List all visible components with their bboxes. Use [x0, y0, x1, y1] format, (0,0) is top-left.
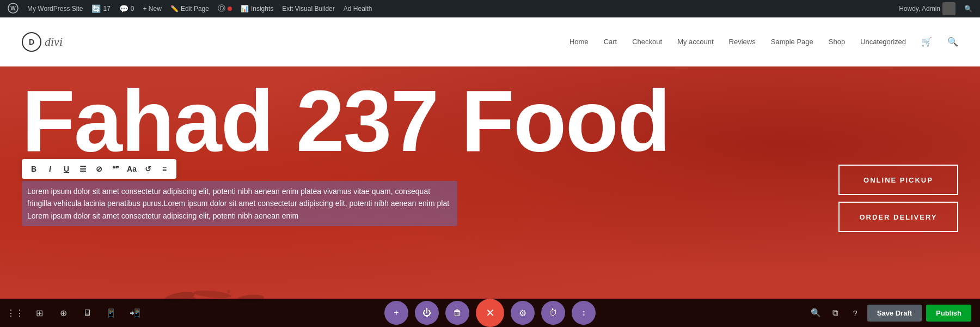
nav-checkout[interactable]: Checkout: [632, 38, 662, 46]
nav-cart[interactable]: Cart: [604, 38, 617, 46]
site-name-label: My WordPress Site: [27, 5, 83, 13]
nav-my-account[interactable]: My account: [677, 38, 713, 46]
publish-button[interactable]: Publish: [926, 305, 971, 322]
unlink-button[interactable]: ⊘: [91, 161, 107, 177]
exit-builder-button[interactable]: Exit Visual Builder: [279, 0, 338, 17]
delete-button[interactable]: 🗑: [445, 301, 469, 325]
mobile-view-icon[interactable]: 📲: [128, 306, 142, 319]
divi-logo-button[interactable]: Ⓓ: [215, 0, 235, 17]
logo-text: divi: [45, 35, 63, 49]
updates-icon: 🔄: [91, 4, 101, 13]
site-name-button[interactable]: My WordPress Site: [24, 0, 86, 17]
settings-button[interactable]: ⚙: [511, 301, 535, 325]
list-button[interactable]: ≡: [157, 161, 172, 177]
nav-sample-page[interactable]: Sample Page: [771, 38, 813, 46]
plus-icon: +: [394, 308, 399, 318]
site-header: D divi Home Cart Checkout My account Rev…: [0, 17, 980, 66]
comments-button[interactable]: 💬 0: [116, 0, 138, 17]
close-icon: ✕: [486, 306, 495, 319]
desktop-view-icon[interactable]: 🖥: [81, 306, 94, 319]
font-size-button[interactable]: Aa: [124, 161, 139, 177]
search-icon[interactable]: 🔍: [808, 305, 824, 320]
svg-text:W: W: [10, 5, 16, 11]
save-draft-button[interactable]: Save Draft: [867, 305, 922, 322]
text-editor-container: B I U ☰ ⊘ ❝❞ Aa ↺ ≡ Lorem ipsum dolor si…: [22, 159, 457, 226]
drag-handle-icon[interactable]: ⋮⋮: [9, 306, 22, 319]
bold-button[interactable]: B: [26, 161, 41, 177]
help-icon[interactable]: ?: [848, 305, 863, 320]
divi-icon: Ⓓ: [218, 4, 225, 14]
divi-status-dot: [228, 7, 232, 11]
cart-icon[interactable]: 🛒: [921, 37, 932, 47]
underline-button[interactable]: U: [59, 161, 74, 177]
howdy-button[interactable]: Howdy, Admin: [896, 2, 959, 15]
resize-icon: ↕: [581, 308, 586, 318]
exit-builder-label: Exit Visual Builder: [282, 5, 335, 13]
toolbar-right-actions: 🔍 ⧉ ? Save Draft Publish: [808, 305, 971, 322]
close-button[interactable]: ✕: [476, 299, 504, 327]
wp-logo-button[interactable]: W: [4, 0, 22, 17]
quote-button[interactable]: ❝❞: [108, 161, 123, 177]
hero-title: Fahad 237 Food: [0, 66, 980, 165]
toolbar-left-actions: ⋮⋮ ⊞ ⊕ 🖥 📱 📲: [9, 306, 142, 319]
howdy-label: Howdy, Admin: [899, 5, 940, 13]
tablet-view-icon[interactable]: 📱: [105, 306, 118, 319]
power-icon: ⏻: [422, 308, 431, 318]
text-formatting-toolbar: B I U ☰ ⊘ ❝❞ Aa ↺ ≡: [22, 159, 176, 179]
logo-letter: D: [29, 38, 34, 46]
site-logo[interactable]: D divi: [22, 32, 63, 52]
online-pickup-button[interactable]: ONLINE PICKUP: [838, 165, 958, 195]
nav-home[interactable]: Home: [569, 38, 589, 46]
admin-bar: W My WordPress Site 🔄 17 💬 0 + New ✏️ Ed…: [0, 0, 980, 17]
power-button[interactable]: ⏻: [415, 301, 439, 325]
logo-circle: D: [22, 32, 41, 52]
svg-point-3: [193, 289, 232, 299]
order-delivery-button[interactable]: ORDER DELIVERY: [838, 202, 958, 232]
search-icon: 🔍: [964, 5, 972, 13]
history-button[interactable]: ⏱: [541, 301, 565, 325]
trash-icon: 🗑: [453, 308, 462, 318]
insights-label: Insights: [251, 5, 273, 13]
comments-icon: 💬: [119, 4, 128, 13]
hero-text-block[interactable]: Lorem ipsum dolor sit amet consectetur a…: [22, 181, 457, 226]
edit-page-label: Edit Page: [181, 5, 209, 13]
visual-builder-bottom-toolbar: ⋮⋮ ⊞ ⊕ 🖥 📱 📲 + ⏻ 🗑 ✕ ⚙ ⏱: [0, 299, 980, 327]
new-content-button[interactable]: + New: [140, 0, 165, 17]
comments-count: 0: [131, 5, 134, 13]
header-search-icon[interactable]: 🔍: [947, 37, 958, 47]
align-button[interactable]: ☰: [75, 161, 90, 177]
new-label: + New: [143, 5, 162, 13]
clear-format-button[interactable]: ↺: [140, 161, 156, 177]
toolbar-center-actions: + ⏻ 🗑 ✕ ⚙ ⏱ ↕: [384, 299, 596, 327]
edit-icon: ✏️: [170, 5, 179, 13]
italic-button[interactable]: I: [42, 161, 58, 177]
nav-reviews[interactable]: Reviews: [729, 38, 756, 46]
site-navigation: Home Cart Checkout My account Reviews Sa…: [569, 37, 958, 47]
add-section-button[interactable]: +: [384, 301, 408, 325]
admin-search-button[interactable]: 🔍: [961, 5, 976, 13]
resize-button[interactable]: ↕: [572, 301, 596, 325]
ad-health-label: Ad Health: [344, 5, 372, 13]
ad-health-button[interactable]: Ad Health: [340, 0, 376, 17]
insights-chart-icon: 📊: [241, 5, 249, 13]
clock-icon: ⏱: [549, 308, 558, 318]
wp-logo-icon: W: [8, 3, 19, 15]
layers-icon[interactable]: ⧉: [828, 305, 843, 320]
admin-avatar: [942, 2, 955, 15]
svg-point-6: [227, 290, 230, 293]
updates-button[interactable]: 🔄 17: [88, 0, 113, 17]
hero-section: Fahad 237 Food B I U ☰ ⊘ ❝❞ Aa ↺ ≡ Lorem…: [0, 66, 980, 327]
admin-bar-right: Howdy, Admin 🔍: [896, 2, 976, 15]
gear-icon: ⚙: [519, 308, 526, 318]
insights-button[interactable]: 📊 Insights: [237, 0, 277, 17]
edit-page-button[interactable]: ✏️ Edit Page: [167, 0, 212, 17]
hero-cta-buttons: ONLINE PICKUP ORDER DELIVERY: [838, 165, 958, 232]
nav-shop[interactable]: Shop: [829, 38, 845, 46]
grid-view-icon[interactable]: ⊞: [33, 306, 46, 319]
zoom-icon[interactable]: ⊕: [57, 306, 70, 319]
nav-uncategorized[interactable]: Uncategorized: [860, 38, 906, 46]
updates-count: 17: [103, 5, 110, 13]
